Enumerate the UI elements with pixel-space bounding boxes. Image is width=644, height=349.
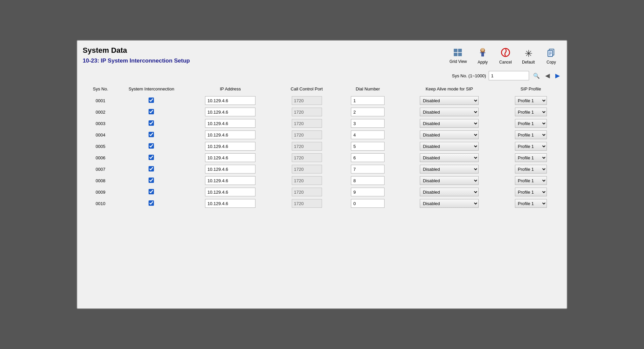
cell-ip (185, 129, 276, 141)
port-input[interactable] (292, 153, 322, 162)
ip-input[interactable] (205, 130, 255, 139)
intercon-checkbox[interactable] (149, 155, 154, 160)
keep-alive-select[interactable]: DisabledEnabled (420, 188, 479, 196)
cell-sip-profile: Profile 1Profile 2Profile 3 (500, 129, 561, 141)
dial-input[interactable] (351, 153, 385, 162)
dial-input[interactable] (351, 199, 385, 208)
data-table: Sys No. System Interconnection IP Addres… (83, 84, 561, 209)
grid-view-icon (453, 48, 463, 59)
intercon-checkbox[interactable] (149, 143, 154, 149)
cell-keep-alive: DisabledEnabled (398, 152, 500, 163)
apply-button[interactable]: Apply (473, 46, 493, 66)
sip-profile-select[interactable]: Profile 1Profile 2Profile 3 (515, 108, 547, 116)
cell-port (276, 118, 337, 129)
keep-alive-select[interactable]: DisabledEnabled (420, 165, 479, 173)
port-input[interactable] (292, 119, 322, 128)
copy-button[interactable]: Copy (541, 46, 561, 66)
dial-input[interactable] (351, 142, 385, 151)
sip-profile-select[interactable]: Profile 1Profile 2Profile 3 (515, 188, 547, 196)
dial-input[interactable] (351, 188, 385, 196)
sip-profile-select[interactable]: Profile 1Profile 2Profile 3 (515, 142, 547, 151)
sys-no-input[interactable] (489, 71, 529, 80)
search-button[interactable]: 🔍 (532, 72, 541, 80)
sip-profile-select[interactable]: Profile 1Profile 2Profile 3 (515, 176, 547, 185)
dial-input[interactable] (351, 130, 385, 139)
sip-profile-select[interactable]: Profile 1Profile 2Profile 3 (515, 119, 547, 128)
keep-alive-select[interactable]: DisabledEnabled (420, 199, 479, 208)
cell-intercon (118, 129, 185, 141)
cell-sys-no: 0002 (83, 106, 118, 118)
intercon-checkbox[interactable] (149, 120, 154, 126)
cancel-button[interactable]: Cancel (495, 46, 516, 66)
cell-dial (337, 106, 398, 118)
keep-alive-select[interactable]: DisabledEnabled (420, 108, 479, 116)
cell-port (276, 106, 337, 118)
keep-alive-select[interactable]: DisabledEnabled (420, 142, 479, 151)
intercon-checkbox[interactable] (149, 200, 154, 206)
ip-input[interactable] (205, 142, 255, 151)
cell-sys-no: 0007 (83, 163, 118, 175)
cell-intercon (118, 95, 185, 106)
toolbar: Grid View Apply Cancel (446, 46, 561, 66)
port-input[interactable] (292, 108, 322, 116)
cell-dial (337, 129, 398, 141)
sip-profile-select[interactable]: Profile 1Profile 2Profile 3 (515, 153, 547, 162)
table-row: 0004DisabledEnabledProfile 1Profile 2Pro… (83, 129, 561, 141)
keep-alive-select[interactable]: DisabledEnabled (420, 176, 479, 185)
port-input[interactable] (292, 165, 322, 173)
dial-input[interactable] (351, 176, 385, 185)
intercon-checkbox[interactable] (149, 109, 154, 114)
intercon-checkbox[interactable] (149, 132, 154, 137)
ip-input[interactable] (205, 96, 255, 105)
ip-input[interactable] (205, 108, 255, 116)
grid-view-button[interactable]: Grid View (446, 47, 470, 66)
default-label: Default (522, 60, 535, 65)
col-header-dial: Dial Number (337, 84, 398, 95)
ip-input[interactable] (205, 188, 255, 196)
port-input[interactable] (292, 176, 322, 185)
cell-keep-alive: DisabledEnabled (398, 163, 500, 175)
intercon-checkbox[interactable] (149, 166, 154, 171)
dial-input[interactable] (351, 165, 385, 173)
cell-intercon (118, 163, 185, 175)
main-window: System Data 10-23: IP System Interconnec… (77, 40, 567, 309)
port-input[interactable] (292, 96, 322, 105)
col-header-sys-no: Sys No. (83, 84, 118, 95)
sip-profile-select[interactable]: Profile 1Profile 2Profile 3 (515, 130, 547, 139)
keep-alive-select[interactable]: DisabledEnabled (420, 119, 479, 128)
ip-input[interactable] (205, 119, 255, 128)
cell-sip-profile: Profile 1Profile 2Profile 3 (500, 152, 561, 163)
ip-input[interactable] (205, 153, 255, 162)
cell-dial (337, 198, 398, 209)
next-button[interactable]: ▶ (554, 71, 561, 80)
dial-input[interactable] (351, 108, 385, 116)
keep-alive-select[interactable]: DisabledEnabled (420, 96, 479, 105)
ip-input[interactable] (205, 176, 255, 185)
default-button[interactable]: ✳ Default (518, 46, 538, 66)
cell-keep-alive: DisabledEnabled (398, 186, 500, 198)
cell-sip-profile: Profile 1Profile 2Profile 3 (500, 118, 561, 129)
port-input[interactable] (292, 199, 322, 208)
ip-input[interactable] (205, 199, 255, 208)
sip-profile-select[interactable]: Profile 1Profile 2Profile 3 (515, 96, 547, 105)
sip-profile-select[interactable]: Profile 1Profile 2Profile 3 (515, 199, 547, 208)
intercon-checkbox[interactable] (149, 189, 154, 194)
intercon-checkbox[interactable] (149, 178, 154, 183)
ip-input[interactable] (205, 165, 255, 173)
port-input[interactable] (292, 188, 322, 196)
cell-sip-profile: Profile 1Profile 2Profile 3 (500, 141, 561, 152)
keep-alive-select[interactable]: DisabledEnabled (420, 153, 479, 162)
cell-ip (185, 186, 276, 198)
cell-dial (337, 95, 398, 106)
port-input[interactable] (292, 142, 322, 151)
dial-input[interactable] (351, 96, 385, 105)
keep-alive-select[interactable]: DisabledEnabled (420, 130, 479, 139)
svg-rect-1 (458, 49, 462, 52)
col-header-intercon: System Interconnection (118, 84, 185, 95)
cell-sip-profile: Profile 1Profile 2Profile 3 (500, 95, 561, 106)
prev-button[interactable]: ◀ (544, 71, 551, 80)
dial-input[interactable] (351, 119, 385, 128)
port-input[interactable] (292, 130, 322, 139)
intercon-checkbox[interactable] (149, 98, 154, 103)
sip-profile-select[interactable]: Profile 1Profile 2Profile 3 (515, 165, 547, 173)
